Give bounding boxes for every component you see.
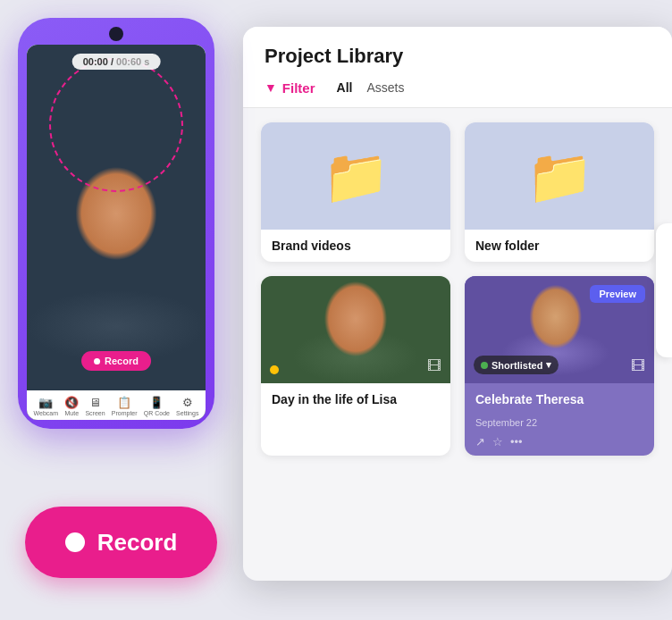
big-record-dot: [65, 532, 85, 552]
asset-card-brand-videos[interactable]: 📁 Brand videos: [261, 122, 450, 262]
toolbar-screen[interactable]: 🖥 Screen: [85, 396, 105, 416]
shortlisted-chevron: ▾: [546, 359, 551, 371]
phone-record-label: Record: [105, 356, 139, 366]
big-record-button[interactable]: Record: [25, 507, 217, 578]
filter-label: Filter: [282, 80, 315, 96]
new-folder-label: New folder: [465, 230, 654, 262]
phone-camera-view: 00:00 / 00:60 s Record 📷 Webcam: [27, 45, 206, 420]
toolbar-webcam[interactable]: 📷 Webcam: [34, 396, 59, 416]
qrcode-icon: 📱: [149, 396, 164, 409]
theresa-actions: ↗ ☆ •••: [465, 435, 654, 456]
theresa-thumb: Preview Shortlisted ▾ 🎞: [465, 276, 654, 383]
mute-icon: 🔇: [64, 396, 79, 409]
brand-videos-label: Brand videos: [261, 230, 450, 262]
big-record-label: Record: [97, 529, 178, 557]
webcam-icon: 📷: [38, 396, 53, 409]
settings-label: Settings: [176, 410, 198, 416]
asset-card-lisa[interactable]: 🎞 Day in the life of Lisa: [261, 276, 450, 456]
mute-label: Mute: [64, 410, 79, 416]
phone: 00:00 / 00:60 s Record 📷 Webcam: [18, 18, 214, 429]
library-content: 📁 Brand videos 📁 New folder 🎞 Day in the…: [243, 108, 672, 470]
folder-icon-2: 📁: [526, 145, 593, 208]
asset-card-theresa[interactable]: Preview Shortlisted ▾ 🎞 Celebrate Theres…: [465, 276, 654, 456]
tab-all[interactable]: All: [330, 79, 360, 96]
scene: Project Library ▼ Filter All Assets 📁 Br…: [0, 0, 672, 620]
shortlisted-badge: Shortlisted ▾: [474, 356, 559, 374]
folder-icon: 📁: [323, 145, 390, 208]
filter-row: ▼ Filter All Assets: [265, 79, 651, 96]
tab-assets[interactable]: Assets: [359, 79, 411, 96]
preview-badge: Preview: [590, 285, 645, 303]
share-icon[interactable]: ↗: [475, 435, 485, 448]
shortlisted-status-dot: [481, 362, 488, 369]
phone-screen: 00:00 / 00:60 s Record 📷 Webcam: [27, 45, 206, 420]
timer-current: 00:00: [83, 56, 108, 67]
lisa-photo: [261, 276, 450, 383]
lisa-thumb: 🎞: [261, 276, 450, 383]
theresa-meta: September 22: [465, 415, 654, 435]
webcam-label: Webcam: [34, 410, 59, 416]
prompter-label: Prompter: [112, 410, 138, 416]
shortlisted-label: Shortlisted: [491, 360, 542, 371]
timer-bar: 00:00 / 00:60 s: [72, 54, 161, 70]
phone-record-button[interactable]: Record: [81, 351, 151, 371]
lisa-status-dot: [270, 365, 279, 374]
toolbar-prompter[interactable]: 📋 Prompter: [112, 396, 138, 416]
filter-icon: ▼: [265, 80, 277, 95]
phone-record-dot: [94, 358, 100, 364]
filter-button[interactable]: ▼ Filter: [265, 80, 315, 96]
phone-notch: [109, 27, 123, 41]
phone-toolbar: 📷 Webcam 🔇 Mute 🖥 Screen 📋 Prompter: [27, 390, 206, 420]
new-folder-thumb: 📁: [465, 122, 654, 230]
prompter-icon: 📋: [117, 396, 131, 409]
project-library-panel: Project Library ▼ Filter All Assets 📁 Br…: [243, 27, 672, 581]
toolbar-mute[interactable]: 🔇 Mute: [64, 396, 79, 416]
star-icon[interactable]: ☆: [492, 435, 503, 448]
screen-label: Screen: [85, 410, 105, 416]
partial-card-right: [656, 223, 672, 357]
library-header: Project Library ▼ Filter All Assets: [243, 27, 672, 108]
theresa-film-icon: 🎞: [631, 358, 645, 374]
lisa-label: Day in the life of Lisa: [261, 383, 450, 415]
filter-tabs: All Assets: [330, 79, 412, 96]
toolbar-settings[interactable]: ⚙ Settings: [176, 396, 198, 416]
toolbar-qrcode[interactable]: 📱 QR Code: [144, 396, 170, 416]
timer-total: 00:60 s: [116, 56, 149, 67]
settings-icon: ⚙: [182, 396, 193, 409]
film-strip-icon: 🎞: [427, 358, 441, 374]
more-icon[interactable]: •••: [510, 435, 523, 448]
brand-videos-thumb: 📁: [261, 122, 450, 230]
library-title: Project Library: [265, 45, 651, 68]
qrcode-label: QR Code: [144, 410, 170, 416]
screen-icon: 🖥: [89, 396, 101, 409]
theresa-label: Celebrate Theresa: [465, 383, 654, 415]
face-tracking-circle: [49, 58, 183, 192]
asset-card-new-folder[interactable]: 📁 New folder: [465, 122, 654, 262]
